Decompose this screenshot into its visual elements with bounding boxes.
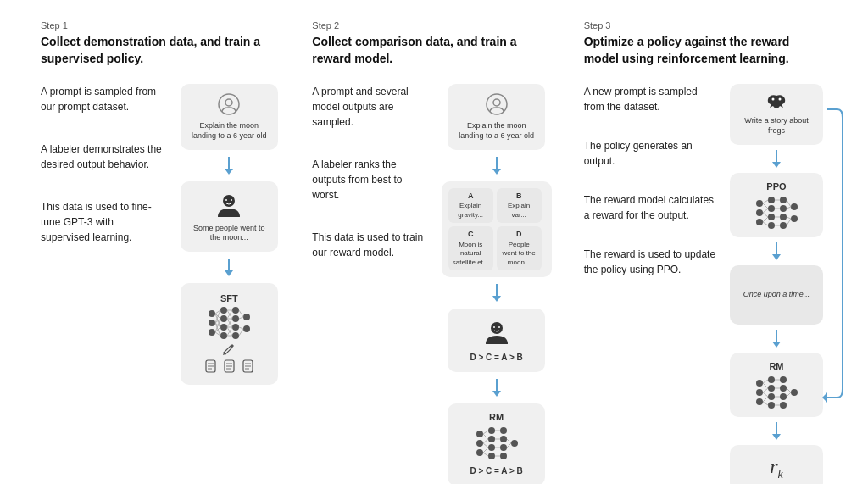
arrow-6 — [772, 150, 781, 168]
svg-point-84 — [778, 98, 781, 101]
step-1-visual-column: Explain the moon landing to a 6 year old — [174, 84, 284, 385]
svg-line-76 — [483, 453, 488, 456]
svg-point-58 — [498, 326, 500, 328]
step-3-output-card: Once upon a time... — [730, 265, 823, 325]
svg-point-67 — [500, 436, 507, 442]
step-2-text-1: A prompt and several model outputs are s… — [312, 84, 426, 130]
step-3-text-2: The policy generates an output. — [584, 138, 719, 169]
step-1-label: Step 1 — [41, 20, 284, 31]
step-2: Step 2 Collect comparison data, and trai… — [298, 20, 570, 484]
document-icons — [205, 359, 253, 375]
step-2-content: A prompt and several model outputs are s… — [312, 84, 555, 484]
svg-point-12 — [232, 307, 239, 314]
svg-line-134 — [787, 388, 791, 392]
svg-point-11 — [220, 332, 227, 339]
svg-point-60 — [476, 440, 483, 447]
svg-point-9 — [220, 315, 227, 322]
step3-rm-net — [754, 376, 798, 409]
step-3-text-4: The reward is used to update the policy … — [584, 247, 719, 277]
step-3-prompt-text: Write a story about frogs — [740, 116, 813, 136]
svg-point-114 — [756, 398, 763, 405]
step-1-prompt-card: Explain the moon landing to a 6 year old — [181, 84, 278, 149]
ppo-neural-net — [754, 197, 798, 229]
step-1-sft-card: SFT — [181, 283, 278, 385]
svg-point-97 — [791, 215, 798, 222]
svg-line-126 — [763, 388, 768, 392]
svg-point-70 — [511, 440, 518, 447]
svg-point-86 — [756, 209, 763, 216]
svg-point-5 — [209, 310, 215, 317]
svg-line-72 — [483, 434, 488, 439]
step2-prompt-icon — [485, 92, 509, 116]
step-2-title: Collect comparison data, and train a rew… — [312, 34, 555, 67]
svg-line-98 — [763, 200, 768, 203]
step-1-prompt-text: Explain the moon landing to a 6 year old — [191, 121, 268, 141]
svg-point-3 — [225, 199, 227, 201]
step-2-prompt-text: Explain the moon landing to a 6 year old — [458, 121, 535, 141]
svg-point-13 — [232, 315, 239, 322]
step-3-ppo-card: PPO — [730, 173, 823, 237]
svg-line-124 — [763, 380, 768, 383]
svg-point-61 — [476, 449, 483, 456]
svg-point-123 — [791, 389, 798, 396]
arrow-9 — [772, 422, 781, 440]
svg-point-59 — [476, 431, 483, 437]
arrow-8 — [772, 330, 781, 348]
svg-point-66 — [500, 427, 507, 434]
step-3-reward-card: rk — [730, 445, 823, 484]
outputs-grid: A Explain gravity... B Explain var... C … — [448, 188, 542, 270]
svg-line-127 — [763, 392, 768, 397]
svg-point-115 — [768, 376, 775, 383]
svg-point-91 — [768, 222, 775, 229]
step-2-text-2: A labeler ranks the outputs from best to… — [312, 157, 426, 203]
step-1-text-column: A prompt is sampled from our prompt data… — [41, 84, 164, 245]
svg-point-94 — [780, 214, 787, 220]
svg-point-10 — [220, 324, 227, 331]
svg-line-101 — [763, 213, 768, 217]
svg-point-14 — [232, 324, 239, 331]
svg-line-110 — [787, 217, 791, 219]
svg-point-89 — [768, 205, 775, 212]
svg-point-17 — [243, 325, 250, 332]
svg-point-95 — [780, 222, 787, 229]
step-1-text-2: A labeler demonstrates the desired outpu… — [41, 142, 164, 172]
svg-point-117 — [768, 393, 775, 400]
step-1-text-1: A prompt is sampled from our prompt data… — [41, 84, 164, 114]
svg-point-62 — [488, 427, 495, 434]
svg-point-15 — [232, 332, 239, 339]
labeler-icon — [214, 190, 243, 219]
rm-neural-net — [475, 427, 519, 459]
svg-line-102 — [763, 217, 768, 222]
svg-point-113 — [756, 389, 763, 396]
svg-point-93 — [780, 205, 787, 212]
svg-line-38 — [239, 310, 243, 317]
step-3-prompt-card: Write a story about frogs — [730, 84, 823, 144]
doc-icon-2 — [222, 359, 236, 375]
svg-point-92 — [780, 197, 787, 203]
svg-line-41 — [239, 329, 243, 336]
svg-point-8 — [220, 307, 227, 314]
svg-line-103 — [763, 222, 768, 225]
svg-point-96 — [791, 203, 798, 210]
rank-label: D > C = A > B — [470, 353, 522, 362]
svg-point-112 — [756, 380, 763, 387]
svg-line-99 — [763, 203, 768, 209]
labeler2-icon — [482, 317, 511, 346]
step-3-visual-column: Write a story about frogs PPO — [726, 84, 827, 484]
step-2-rank-card: D > C = A > B — [448, 309, 545, 372]
svg-point-57 — [493, 326, 495, 328]
step-1-title: Collect demonstration data, and train a … — [41, 34, 284, 67]
svg-point-65 — [488, 453, 495, 459]
svg-line-82 — [507, 443, 511, 448]
steps-container: Step 1 Collect demonstration data, and t… — [27, 20, 841, 484]
prompt-icon — [217, 92, 241, 116]
svg-line-100 — [763, 209, 768, 213]
step-3-output-text: Once upon a time... — [743, 290, 810, 300]
reward-value: rk — [770, 456, 783, 481]
svg-line-71 — [483, 431, 488, 434]
loop-arrow — [819, 92, 844, 406]
arrow-5 — [492, 379, 501, 397]
output-d: D People went to the moon... — [497, 226, 542, 270]
step-1-text-3: This data is used to fine-tune GPT-3 wit… — [41, 199, 164, 245]
svg-marker-136 — [822, 392, 827, 403]
